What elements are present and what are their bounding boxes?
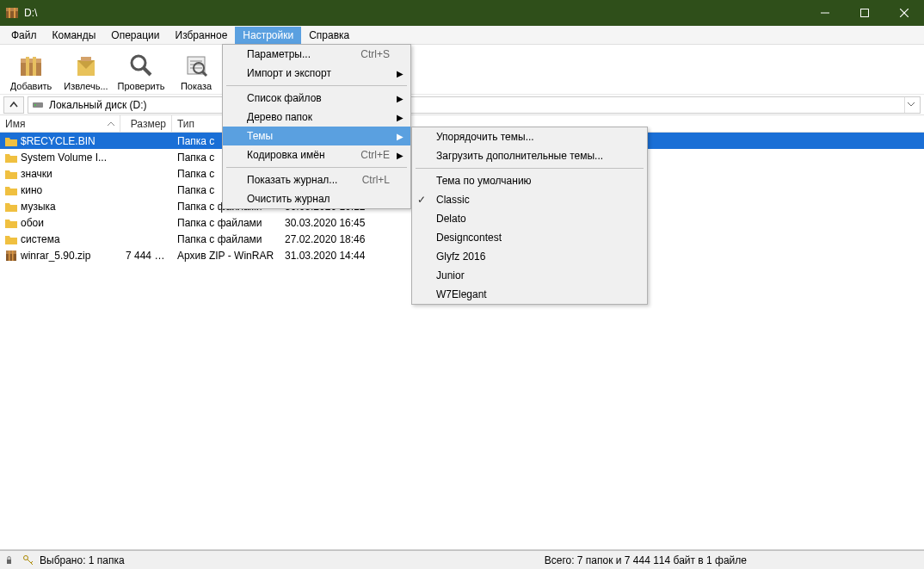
svg-line-21 <box>202 71 206 76</box>
menu-item[interactable]: Очистить журнал <box>223 189 410 208</box>
sort-icon <box>108 121 114 127</box>
menu-item[interactable]: W7Elegant <box>412 285 647 304</box>
submenu-arrow-icon: ▶ <box>397 151 403 160</box>
menu-item[interactable]: Показать журнал...Ctrl+L <box>223 170 410 189</box>
menu-команды[interactable]: Команды <box>45 27 104 44</box>
toolbar-add[interactable]: Добавить <box>3 46 59 93</box>
svg-rect-10 <box>26 57 29 76</box>
close-button[interactable] <box>884 0 924 26</box>
column-name[interactable]: Имя <box>0 115 120 132</box>
menu-item[interactable]: Параметры...Ctrl+S <box>223 45 410 64</box>
svg-rect-2 <box>9 8 10 18</box>
menu-файл[interactable]: Файл <box>3 27 45 44</box>
statusbar: Выбрано: 1 папка Всего: 7 папок и 7 444 … <box>0 550 924 569</box>
menu-item[interactable]: Delato <box>412 209 647 228</box>
menu-item[interactable]: Тема по умолчанию <box>412 171 647 190</box>
svg-rect-5 <box>861 9 869 17</box>
folder-icon <box>5 135 17 147</box>
svg-rect-31 <box>6 250 16 254</box>
folder-icon <box>5 168 17 180</box>
status-left: Выбрано: 1 папка <box>40 554 125 566</box>
menubar: ФайлКомандыОперацииИзбранноеНастройкиСпр… <box>0 26 924 45</box>
submenu-arrow-icon: ▶ <box>397 94 403 103</box>
submenu-arrow-icon: ▶ <box>397 113 403 122</box>
add-icon <box>17 52 45 79</box>
menu-item[interactable]: Загрузить дополнительные темы... <box>412 146 647 165</box>
svg-rect-11 <box>33 57 36 76</box>
svg-rect-8 <box>21 62 41 76</box>
folder-icon <box>5 152 17 164</box>
menu-separator <box>226 167 407 168</box>
toolbar-test[interactable]: Проверить <box>114 46 169 93</box>
menu-избранное[interactable]: Избранное <box>168 27 236 44</box>
svg-point-29 <box>34 104 36 106</box>
menu-item[interactable]: Упорядочить темы... <box>412 127 647 146</box>
svg-rect-34 <box>7 560 11 564</box>
drive-icon <box>32 99 44 111</box>
svg-line-37 <box>31 561 33 563</box>
themes-submenu: Упорядочить темы...Загрузить дополнитель… <box>411 127 648 305</box>
menu-справка[interactable]: Справка <box>301 27 357 44</box>
up-button[interactable] <box>3 96 24 114</box>
folder-icon <box>5 233 17 245</box>
folder-icon <box>5 184 17 196</box>
menu-item[interactable]: Список файлов▶ <box>223 89 410 108</box>
toolbar-extract[interactable]: Извлечь... <box>59 46 114 93</box>
pathbar: Локальный диск (D:) <box>0 95 924 115</box>
path-combo[interactable]: Локальный диск (D:) <box>28 96 921 114</box>
svg-point-35 <box>24 555 28 560</box>
path-dropdown-icon[interactable] <box>904 97 916 113</box>
folder-icon <box>5 201 17 213</box>
svg-rect-9 <box>21 59 41 63</box>
zip-icon <box>5 250 17 262</box>
menu-separator <box>226 85 407 86</box>
menu-операции[interactable]: Операции <box>103 27 167 44</box>
status-right: Всего: 7 папок и 7 444 114 байт в 1 файл… <box>545 554 919 566</box>
svg-rect-1 <box>6 8 18 11</box>
svg-rect-30 <box>6 254 16 261</box>
svg-rect-32 <box>9 250 10 261</box>
status-lock-icon <box>5 554 17 566</box>
status-key-icon <box>22 554 34 566</box>
svg-rect-28 <box>33 102 43 108</box>
menu-item[interactable]: Импорт и экспорт▶ <box>223 64 410 83</box>
maximize-button[interactable] <box>845 0 884 26</box>
window-title: D:\ <box>24 7 805 19</box>
svg-line-15 <box>144 68 151 75</box>
folder-icon <box>5 217 17 229</box>
menu-separator <box>416 168 644 169</box>
svg-point-14 <box>132 56 145 70</box>
menu-настройки[interactable]: Настройки <box>235 27 301 44</box>
path-text: Локальный диск (D:) <box>49 99 899 111</box>
titlebar: D:\ <box>0 0 924 26</box>
menu-item[interactable]: Junior <box>412 266 647 285</box>
svg-rect-13 <box>81 57 91 61</box>
menu-item[interactable]: Дерево папок▶ <box>223 108 410 127</box>
view-icon <box>182 52 210 79</box>
submenu-arrow-icon: ▶ <box>397 69 403 78</box>
minimize-button[interactable] <box>805 0 845 26</box>
svg-rect-0 <box>6 11 18 18</box>
toolbar: ДобавитьИзвлечь...ПроверитьПоказаiмацияИ… <box>0 45 924 95</box>
menu-item[interactable]: ✓Classic <box>412 190 647 209</box>
menu-item[interactable]: Кодировка имёнCtrl+E▶ <box>223 145 410 164</box>
toolbar-view[interactable]: Показа <box>169 46 224 93</box>
svg-rect-33 <box>12 250 14 261</box>
check-icon: ✓ <box>417 194 426 206</box>
test-icon <box>127 52 155 79</box>
extract-icon <box>72 52 100 79</box>
settings-menu: Параметры...Ctrl+SИмпорт и экспорт▶Списо… <box>222 44 411 209</box>
menu-item[interactable]: Glyfz 2016 <box>412 247 647 266</box>
submenu-arrow-icon: ▶ <box>397 132 403 141</box>
app-icon <box>5 6 19 20</box>
menu-item[interactable]: Темы▶ <box>223 127 410 145</box>
svg-rect-3 <box>14 8 15 18</box>
menu-item[interactable]: Designcontest <box>412 228 647 247</box>
column-size[interactable]: Размер <box>120 115 172 132</box>
